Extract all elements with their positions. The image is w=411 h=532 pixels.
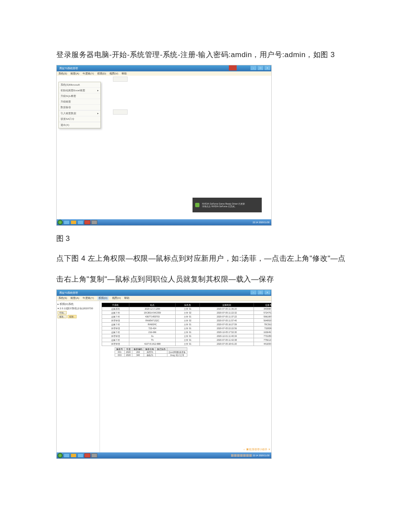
tray-icon[interactable] [243, 454, 246, 457]
table-row[interactable]: 库存管理0u主管 012020-12-01 11:40:3477318503 [102, 334, 272, 338]
table-row[interactable]: 库存管理4107:8:1412-888主管 012020-07-05 18:41… [102, 342, 272, 346]
tray-icon[interactable] [237, 454, 240, 457]
table-row[interactable]: 总账下传436771455703主管 012020-07-05 11:37:22… [102, 315, 272, 319]
minimize-button[interactable]: - [250, 290, 257, 295]
table-cell: 2020-07-05 11:37:22 [200, 315, 254, 319]
table-cell: 2020 [125, 354, 132, 357]
menu-year[interactable]: 年度账(Y) [83, 72, 94, 76]
menu-view[interactable]: 视图(V) [109, 72, 118, 76]
table-cell: 总账下传 [102, 311, 129, 315]
table-cell: 44165044 [254, 342, 271, 346]
add-button[interactable]: 增加.. [58, 311, 67, 314]
table-row[interactable]: 总账下传216-696主管 012020-12-05 17:52:3016364… [102, 330, 272, 334]
minimize-button[interactable]: - [250, 66, 257, 70]
table-cell: 主管 01 [176, 334, 200, 338]
tray-icon[interactable] [240, 454, 243, 457]
menu-help[interactable]: 帮助 [124, 296, 129, 300]
dropdown-item-backup[interactable]: 数据备份 [59, 105, 100, 110]
table-cell: 主管 01 [176, 330, 200, 334]
table-cell: 2020-07-05 11:22:32 [200, 311, 254, 315]
permission-button[interactable]: 权限.. [67, 315, 77, 318]
table-header: 子系统 [102, 303, 129, 307]
taskbar-app-5[interactable] [91, 220, 97, 224]
table-row[interactable]: 0012020202保存为[(our)83]数据准备 [115, 351, 187, 354]
dropdown-item-import[interactable]: 引入账套数据▸ [59, 111, 100, 116]
start-button[interactable] [58, 220, 63, 225]
nvidia-notification[interactable]: NVIDIA GeForce Game Ready Driver 已更新 详情点… [193, 198, 262, 212]
windows-taskbar: 22:14 2020/11/30 [57, 452, 271, 458]
taskbar-app-3[interactable] [77, 220, 83, 224]
table-cell: 库存管理 [102, 327, 129, 330]
tree-item-2[interactable]: ▾ 2.0.11版计算机(2台)2020730 [58, 306, 99, 311]
table-row[interactable]: 总账下传19C8014:54C559主管 022020-07-05 11:22:… [102, 311, 272, 315]
window-titlebar: 用友T3系统管理 - □ × [57, 290, 271, 296]
start-button[interactable] [58, 453, 63, 458]
taskbar-app-3[interactable] [77, 453, 83, 458]
notification-text: NVIDIA GeForce Game Ready Driver 已更新 详情点… [202, 202, 245, 208]
table-cell: 主管 01 [176, 323, 200, 327]
table-cell: 2020-07-05 11:42:38 [200, 338, 254, 342]
maximize-button[interactable]: □ [257, 66, 263, 70]
assistant-bar[interactable]: ☼ ▣ 联系管理小助手 ✕ [243, 448, 271, 452]
taskbar-app-1[interactable] [64, 220, 70, 224]
close-button-browser[interactable] [229, 65, 237, 71]
menu-account[interactable]: 账套(A) [71, 296, 79, 300]
table-cell: 2020-12-3 1299 [129, 307, 176, 311]
menu-year[interactable]: 年度账(Y) [83, 296, 94, 300]
table-cell: [(our)83]数据准备 [167, 351, 187, 354]
dropdown-item-exit[interactable]: 退出(X) [59, 122, 100, 128]
taskbar-app-2[interactable] [71, 220, 77, 224]
taskbar-app-4[interactable] [84, 220, 90, 224]
taskbar-app-1[interactable] [64, 453, 70, 458]
table-cell: 723-424 [129, 327, 176, 330]
menu-view[interactable]: 视图(V) [112, 296, 121, 300]
dropdown-item-system[interactable]: 系统(S)Microsoft [59, 82, 100, 88]
dropdown-item-sa[interactable]: 设置SA口令 [59, 116, 100, 122]
table-cell: 库存管理 [102, 342, 129, 346]
tray-icon[interactable] [249, 454, 252, 457]
table-header [167, 348, 187, 351]
table-row[interactable]: 总账下传RAM2HC主管 012020-07-05 16:27:5978C561… [102, 323, 272, 327]
tray-icon[interactable] [231, 454, 234, 457]
table-row[interactable]: 总账系统2020-12-3 1299主管 012020-07-05 11:36:… [102, 307, 272, 311]
mini-toolbar-2: 修改.. 权限.. [58, 315, 99, 318]
menu-permission[interactable]: 权限(D) [97, 296, 109, 300]
table-cell: 主管 01 [176, 307, 200, 311]
menu-permission[interactable]: 权限(D) [97, 72, 106, 76]
table-cell: 总账下传 [102, 330, 129, 334]
dropdown-item-init[interactable]: 初始化账套Excel账套▸ [59, 88, 100, 93]
table-header: 执行操作 [156, 348, 167, 351]
table-cell: 436771455703 [129, 315, 176, 319]
dropdown-item-upgrade[interactable]: 升级账套 [59, 99, 100, 105]
taskbar-app-2[interactable] [71, 453, 77, 458]
taskbar-app-4[interactable] [84, 453, 90, 458]
system-close-group [229, 65, 237, 71]
table-header: 账套名称 [144, 348, 156, 351]
table-row[interactable]: 库存管理RAM5471S2C主管 022020-07-05 11:57:4056… [102, 319, 272, 323]
table-row[interactable]: 0032020340修改为2xxg 统计正常 [115, 354, 187, 357]
figure-3-caption: 图 3 [56, 234, 355, 244]
figure-4-screenshot: 用友T3系统管理 - □ × 系统(S) 账套(A) 年度账(Y) 权限(D) … [56, 289, 272, 459]
table-header: 站点 [129, 303, 176, 307]
table-cell: 修改为 [144, 354, 156, 357]
table-row[interactable]: 库存管理723-424主管 012020-07-05 22:22:5673283… [102, 327, 272, 330]
maximize-button[interactable]: □ [257, 290, 263, 295]
taskbar-app-5[interactable] [91, 453, 97, 458]
panel-stub-2 [113, 109, 128, 115]
menu-system[interactable]: 系统(S) [58, 72, 67, 76]
menu-help[interactable]: 帮助 [122, 72, 127, 76]
close-button[interactable]: × [264, 66, 270, 70]
tray-icon[interactable] [234, 454, 237, 457]
table-row[interactable]: 总账下传Th主管 012020-07-05 11:42:3877561240 [102, 338, 272, 342]
tray-icon[interactable] [246, 454, 249, 457]
dropdown-item-upgrade-sql[interactable]: 升级SQL帐套 [59, 93, 100, 99]
tree-item-1[interactable]: ▸ 权限(D)系统 [58, 302, 99, 306]
menu-account[interactable]: 账套(A) [71, 72, 79, 76]
download-icon [195, 203, 199, 207]
menu-system[interactable]: 系统(S) [58, 296, 67, 300]
modify-button[interactable]: 修改.. [58, 315, 67, 318]
table-cell: 77318503 [254, 334, 271, 338]
table-cell: 56489200 [254, 319, 271, 323]
close-button[interactable]: × [264, 290, 270, 295]
table-header: 账套编码 [132, 348, 144, 351]
